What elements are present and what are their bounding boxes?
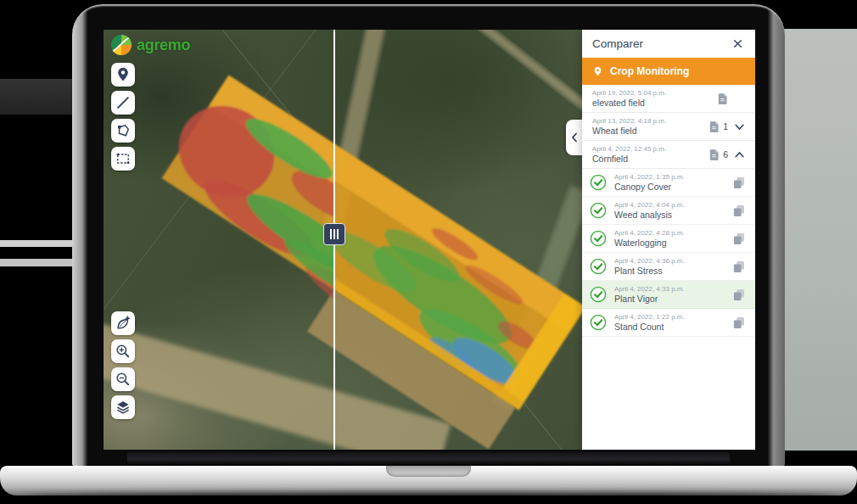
- analysis-info: April 4, 2022, 1:22 p.m. Stand Count: [614, 313, 723, 332]
- section-label: Crop Monitoring: [610, 65, 689, 77]
- zoom-out-icon: [115, 371, 132, 388]
- map-toolbar-view: [111, 311, 135, 419]
- check-circle-icon[interactable]: [590, 202, 607, 219]
- chevron-down-icon: [734, 123, 745, 131]
- panel-empty-space: [582, 337, 755, 450]
- copy-icon[interactable]: [731, 315, 747, 331]
- document-icon: [709, 120, 720, 133]
- field-date: April 4, 2022, 12:45 p.m.: [592, 145, 709, 154]
- panel-title: Comparer: [592, 37, 643, 50]
- measure-line-tool-button[interactable]: [111, 91, 135, 115]
- comparer-panel: Comparer Crop Monitoring April 19, 2022,…: [582, 30, 755, 450]
- layers-button[interactable]: [111, 395, 135, 419]
- zoom-out-button[interactable]: [111, 367, 135, 391]
- handle-grip-bar: [333, 229, 335, 239]
- field-date: April 13, 2022, 4:18 p.m.: [592, 117, 709, 126]
- analysis-info: April 4, 2022, 4:04 p.m. Weed analysis: [614, 201, 723, 220]
- field-info: April 19, 2022, 5:04 p.m. elevated field: [592, 89, 717, 108]
- field-row-cornfield[interactable]: April 4, 2022, 12:45 p.m. Cornfield 6: [582, 141, 755, 169]
- collapse-toggle[interactable]: [731, 151, 747, 159]
- check-circle-icon[interactable]: [590, 314, 607, 331]
- laptop-screen: agremo: [104, 30, 755, 450]
- crop-monitoring-section-header[interactable]: Crop Monitoring: [582, 58, 755, 85]
- document-icon: [709, 148, 720, 161]
- copy-icon[interactable]: [731, 259, 747, 275]
- analysis-row-plant-vigor[interactable]: April 4, 2022, 4:33 p.m. Plant Vigor: [582, 281, 755, 309]
- satellite-map[interactable]: agremo: [104, 30, 582, 450]
- draw-polygon-tool-button[interactable]: [111, 119, 135, 143]
- map-toolbar-draw: [111, 63, 135, 171]
- close-icon: [732, 38, 743, 49]
- analysis-row-weed-analysis[interactable]: April 4, 2022, 4:04 p.m. Weed analysis: [582, 197, 755, 225]
- compare-slider-handle[interactable]: [323, 223, 345, 245]
- marker-tool-button[interactable]: [111, 63, 135, 87]
- laptop-lid-notch: [386, 466, 471, 477]
- check-circle-icon[interactable]: [590, 174, 607, 191]
- agremo-logo-icon: [110, 34, 132, 56]
- select-rectangle-tool-button[interactable]: [111, 147, 135, 171]
- analysis-name: Plant Vigor: [614, 294, 723, 304]
- check-circle-icon[interactable]: [590, 258, 607, 275]
- handle-grip-bar: [330, 229, 332, 239]
- analysis-date: April 4, 2022, 1:35 p.m.: [614, 173, 723, 182]
- background-shelf-stripe: [0, 240, 78, 247]
- analysis-info: April 4, 2022, 4:28 p.m. Waterlogging: [614, 229, 723, 248]
- agremo-logo-text: agremo: [137, 36, 190, 54]
- copy-icon[interactable]: [731, 287, 747, 303]
- copy-icon[interactable]: [731, 231, 747, 247]
- panel-collapse-tab[interactable]: [566, 120, 583, 155]
- analysis-date: April 4, 2022, 1:22 p.m.: [614, 313, 723, 322]
- field-name: Cornfield: [592, 154, 709, 164]
- field-name: Wheat field: [592, 126, 709, 136]
- copy-icon[interactable]: [731, 175, 747, 191]
- check-circle-icon[interactable]: [590, 286, 607, 303]
- select-rectangle-icon: [115, 150, 132, 167]
- zoom-in-button[interactable]: [111, 339, 135, 363]
- analysis-row-plant-stress[interactable]: April 4, 2022, 4:36 p.m. Plant Stress: [582, 253, 755, 281]
- field-meta: 6: [709, 148, 747, 161]
- dirt-path: [476, 30, 582, 137]
- analysis-row-waterlogging[interactable]: April 4, 2022, 4:28 p.m. Waterlogging: [582, 225, 755, 253]
- analysis-date: April 4, 2022, 4:04 p.m.: [614, 201, 723, 210]
- layers-icon: [115, 399, 132, 416]
- field-info: April 13, 2022, 4:18 p.m. Wheat field: [592, 117, 709, 136]
- analysis-row-stand-count[interactable]: April 4, 2022, 1:22 p.m. Stand Count: [582, 309, 755, 337]
- expand-toggle[interactable]: [731, 123, 747, 131]
- handle-grip-bar: [337, 229, 339, 239]
- background-monitor-edge: [777, 29, 857, 451]
- location-pin-icon: [115, 66, 132, 83]
- field-meta: 1: [709, 120, 747, 133]
- check-circle-icon[interactable]: [590, 230, 607, 247]
- analysis-date: April 4, 2022, 4:33 p.m.: [614, 285, 723, 294]
- field-meta: [717, 92, 747, 105]
- zoom-in-icon: [115, 343, 132, 360]
- field-row-wheat-field[interactable]: April 13, 2022, 4:18 p.m. Wheat field 1: [582, 113, 755, 141]
- draw-polygon-icon: [115, 122, 132, 139]
- analysis-info: April 4, 2022, 1:35 p.m. Canopy Cover: [614, 173, 723, 192]
- chevron-up-icon: [734, 151, 745, 159]
- chevron-left-icon: [570, 132, 579, 143]
- analysis-name: Stand Count: [614, 322, 723, 332]
- background-shelf-stripe: [0, 259, 78, 266]
- document-icon: [717, 92, 728, 105]
- laptop-shadow: [24, 494, 833, 502]
- agremo-logo: agremo: [110, 34, 190, 56]
- field-row-elevated-field[interactable]: April 19, 2022, 5:04 p.m. elevated field: [582, 85, 755, 113]
- analysis-name: Waterlogging: [614, 238, 723, 248]
- copy-icon[interactable]: [731, 203, 747, 219]
- analysis-date: April 4, 2022, 4:28 p.m.: [614, 229, 723, 238]
- add-field-button[interactable]: [111, 311, 135, 335]
- analysis-row-canopy-cover[interactable]: April 4, 2022, 1:35 p.m. Canopy Cover: [582, 169, 755, 197]
- field-name: elevated field: [592, 98, 717, 108]
- laptop-mockup-scene: agremo: [0, 0, 857, 504]
- analysis-info: April 4, 2022, 4:36 p.m. Plant Stress: [614, 257, 723, 276]
- field-info: April 4, 2022, 12:45 p.m. Cornfield: [592, 145, 709, 164]
- analysis-count: 1: [723, 121, 728, 132]
- laptop-base: [0, 466, 857, 496]
- panel-header: Comparer: [582, 30, 755, 58]
- analysis-info: April 4, 2022, 4:33 p.m. Plant Vigor: [614, 285, 723, 304]
- background-shelf-stripe: [0, 79, 76, 115]
- close-panel-button[interactable]: [730, 36, 745, 52]
- location-pin-icon: [592, 66, 603, 77]
- analysis-name: Weed analysis: [614, 210, 723, 220]
